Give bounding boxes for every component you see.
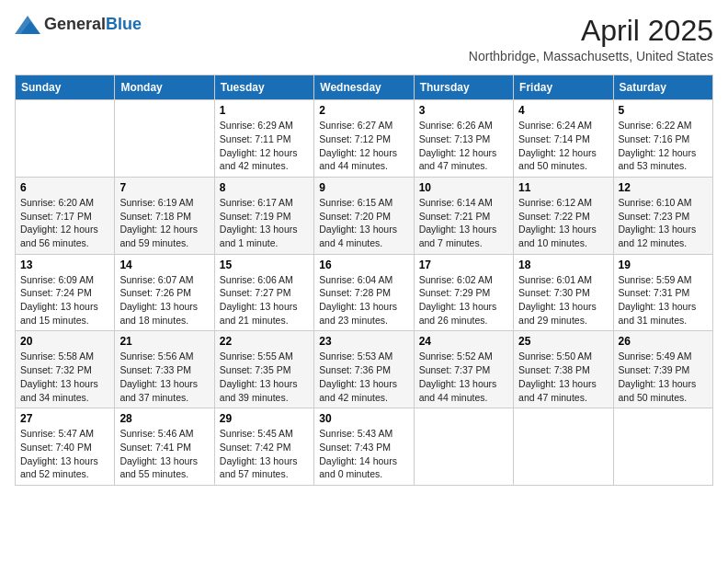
day-info: Sunrise: 6:09 AM Sunset: 7:24 PM Dayligh… [20, 273, 109, 327]
day-number: 12 [619, 181, 708, 194]
day-number: 17 [419, 259, 508, 271]
col-header-wednesday: Wednesday [314, 75, 414, 100]
logo-text-blue: Blue [106, 15, 142, 33]
calendar-cell: 11Sunrise: 6:12 AM Sunset: 7:22 PM Dayli… [514, 177, 613, 254]
logo-icon [15, 16, 40, 34]
calendar-cell: 30Sunrise: 5:43 AM Sunset: 7:43 PM Dayli… [314, 408, 414, 486]
calendar-cell: 12Sunrise: 6:10 AM Sunset: 7:23 PM Dayli… [613, 177, 712, 254]
calendar-cell: 13Sunrise: 6:09 AM Sunset: 7:24 PM Dayli… [16, 254, 115, 331]
day-info: Sunrise: 5:52 AM Sunset: 7:37 PM Dayligh… [419, 350, 508, 404]
calendar-cell [115, 100, 214, 178]
day-info: Sunrise: 6:07 AM Sunset: 7:26 PM Dayligh… [119, 273, 209, 327]
calendar-cell: 27Sunrise: 5:47 AM Sunset: 7:40 PM Dayli… [16, 408, 115, 486]
calendar-cell: 18Sunrise: 6:01 AM Sunset: 7:30 PM Dayli… [514, 254, 613, 331]
day-number: 22 [220, 335, 309, 348]
day-number: 29 [220, 412, 309, 425]
day-number: 26 [619, 335, 708, 348]
calendar-cell: 28Sunrise: 5:46 AM Sunset: 7:41 PM Dayli… [115, 408, 214, 486]
day-number: 14 [119, 259, 209, 271]
day-number: 15 [220, 259, 309, 271]
calendar-cell: 20Sunrise: 5:58 AM Sunset: 7:32 PM Dayli… [16, 331, 115, 408]
day-info: Sunrise: 5:46 AM Sunset: 7:41 PM Dayligh… [119, 427, 209, 481]
calendar-cell: 19Sunrise: 5:59 AM Sunset: 7:31 PM Dayli… [613, 254, 712, 331]
location-title: Northbridge, Massachusetts, United State… [469, 49, 713, 63]
calendar-cell: 5Sunrise: 6:22 AM Sunset: 7:16 PM Daylig… [613, 100, 712, 178]
calendar-cell: 3Sunrise: 6:26 AM Sunset: 7:13 PM Daylig… [414, 100, 513, 178]
day-number: 25 [518, 335, 608, 348]
month-title: April 2025 [469, 15, 713, 47]
day-number: 6 [20, 181, 109, 194]
calendar-cell: 22Sunrise: 5:55 AM Sunset: 7:35 PM Dayli… [214, 331, 313, 408]
calendar-cell: 8Sunrise: 6:17 AM Sunset: 7:19 PM Daylig… [214, 177, 313, 254]
calendar-cell: 1Sunrise: 6:29 AM Sunset: 7:11 PM Daylig… [214, 100, 313, 178]
calendar-cell: 24Sunrise: 5:52 AM Sunset: 7:37 PM Dayli… [414, 331, 513, 408]
calendar-cell: 16Sunrise: 6:04 AM Sunset: 7:28 PM Dayli… [314, 254, 414, 331]
day-info: Sunrise: 6:06 AM Sunset: 7:27 PM Dayligh… [220, 273, 309, 327]
logo-text-general: General [44, 15, 106, 33]
calendar-cell: 15Sunrise: 6:06 AM Sunset: 7:27 PM Dayli… [214, 254, 313, 331]
day-number: 2 [319, 104, 408, 117]
day-number: 10 [419, 181, 508, 194]
day-info: Sunrise: 5:56 AM Sunset: 7:33 PM Dayligh… [119, 350, 209, 404]
day-info: Sunrise: 5:49 AM Sunset: 7:39 PM Dayligh… [619, 350, 708, 404]
calendar-cell: 10Sunrise: 6:14 AM Sunset: 7:21 PM Dayli… [414, 177, 513, 254]
calendar-cell: 21Sunrise: 5:56 AM Sunset: 7:33 PM Dayli… [115, 331, 214, 408]
title-block: April 2025 Northbridge, Massachusetts, U… [469, 15, 713, 63]
calendar-cell: 17Sunrise: 6:02 AM Sunset: 7:29 PM Dayli… [414, 254, 513, 331]
day-info: Sunrise: 6:24 AM Sunset: 7:14 PM Dayligh… [518, 119, 608, 173]
logo: GeneralBlue [15, 15, 142, 34]
calendar-cell: 29Sunrise: 5:45 AM Sunset: 7:42 PM Dayli… [214, 408, 313, 486]
calendar-cell: 2Sunrise: 6:27 AM Sunset: 7:12 PM Daylig… [314, 100, 414, 178]
calendar-cell: 9Sunrise: 6:15 AM Sunset: 7:20 PM Daylig… [314, 177, 414, 254]
day-info: Sunrise: 6:29 AM Sunset: 7:11 PM Dayligh… [220, 119, 309, 173]
day-info: Sunrise: 6:10 AM Sunset: 7:23 PM Dayligh… [619, 196, 708, 250]
day-info: Sunrise: 5:45 AM Sunset: 7:42 PM Dayligh… [220, 427, 309, 481]
day-info: Sunrise: 6:04 AM Sunset: 7:28 PM Dayligh… [319, 273, 408, 327]
day-info: Sunrise: 5:47 AM Sunset: 7:40 PM Dayligh… [20, 427, 109, 481]
day-info: Sunrise: 6:27 AM Sunset: 7:12 PM Dayligh… [319, 119, 408, 173]
day-number: 24 [419, 335, 508, 348]
day-number: 30 [319, 412, 408, 425]
day-number: 13 [20, 259, 109, 271]
day-number: 16 [319, 259, 408, 271]
calendar-cell: 25Sunrise: 5:50 AM Sunset: 7:38 PM Dayli… [514, 331, 613, 408]
day-number: 1 [220, 104, 309, 117]
day-number: 27 [20, 412, 109, 425]
day-info: Sunrise: 5:59 AM Sunset: 7:31 PM Dayligh… [619, 273, 708, 327]
col-header-saturday: Saturday [613, 75, 712, 100]
day-info: Sunrise: 6:02 AM Sunset: 7:29 PM Dayligh… [419, 273, 508, 327]
day-info: Sunrise: 5:50 AM Sunset: 7:38 PM Dayligh… [518, 350, 608, 404]
day-number: 4 [518, 104, 608, 117]
day-info: Sunrise: 6:17 AM Sunset: 7:19 PM Dayligh… [220, 196, 309, 250]
day-number: 20 [20, 335, 109, 348]
day-info: Sunrise: 6:14 AM Sunset: 7:21 PM Dayligh… [419, 196, 508, 250]
col-header-monday: Monday [115, 75, 214, 100]
calendar-cell: 4Sunrise: 6:24 AM Sunset: 7:14 PM Daylig… [514, 100, 613, 178]
col-header-tuesday: Tuesday [214, 75, 313, 100]
calendar-cell: 7Sunrise: 6:19 AM Sunset: 7:18 PM Daylig… [115, 177, 214, 254]
day-info: Sunrise: 6:20 AM Sunset: 7:17 PM Dayligh… [20, 196, 109, 250]
calendar-cell [16, 100, 115, 178]
day-number: 5 [619, 104, 708, 117]
day-info: Sunrise: 5:58 AM Sunset: 7:32 PM Dayligh… [20, 350, 109, 404]
day-number: 21 [119, 335, 209, 348]
day-number: 3 [419, 104, 508, 117]
calendar-table: SundayMondayTuesdayWednesdayThursdayFrid… [15, 75, 713, 486]
day-info: Sunrise: 5:53 AM Sunset: 7:36 PM Dayligh… [319, 350, 408, 404]
day-info: Sunrise: 6:26 AM Sunset: 7:13 PM Dayligh… [419, 119, 508, 173]
day-number: 11 [518, 181, 608, 194]
day-number: 9 [319, 181, 408, 194]
col-header-sunday: Sunday [16, 75, 115, 100]
calendar-cell: 26Sunrise: 5:49 AM Sunset: 7:39 PM Dayli… [613, 331, 712, 408]
day-info: Sunrise: 6:01 AM Sunset: 7:30 PM Dayligh… [518, 273, 608, 327]
day-number: 7 [119, 181, 209, 194]
day-number: 18 [518, 259, 608, 271]
day-info: Sunrise: 6:15 AM Sunset: 7:20 PM Dayligh… [319, 196, 408, 250]
day-info: Sunrise: 6:19 AM Sunset: 7:18 PM Dayligh… [119, 196, 209, 250]
page-header: GeneralBlue April 2025 Northbridge, Mass… [15, 15, 713, 63]
col-header-friday: Friday [514, 75, 613, 100]
calendar-cell: 14Sunrise: 6:07 AM Sunset: 7:26 PM Dayli… [115, 254, 214, 331]
calendar-cell: 23Sunrise: 5:53 AM Sunset: 7:36 PM Dayli… [314, 331, 414, 408]
calendar-cell [613, 408, 712, 486]
col-header-thursday: Thursday [414, 75, 513, 100]
